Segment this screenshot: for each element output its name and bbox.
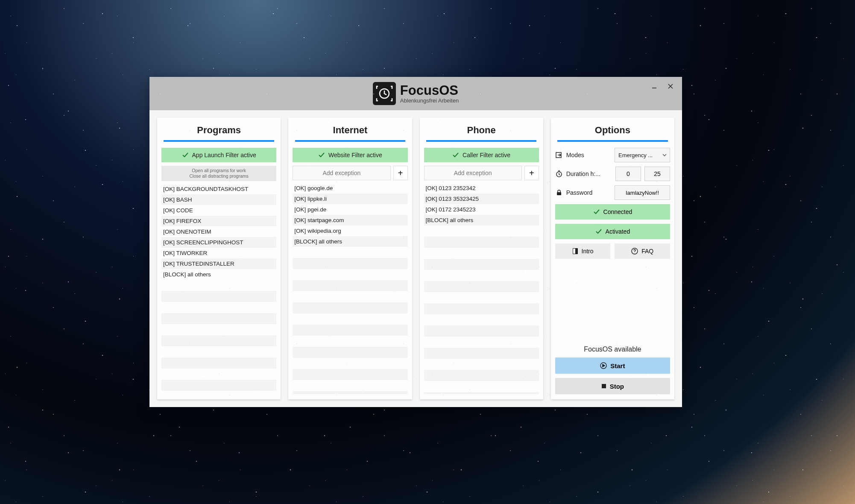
close-button[interactable] bbox=[662, 80, 679, 92]
list-item[interactable]: [OK] TIWORKER bbox=[161, 248, 276, 258]
programs-filter-status[interactable]: App Launch Filter active bbox=[161, 148, 276, 162]
list-item[interactable]: [OK] CODE bbox=[161, 205, 276, 216]
play-icon bbox=[600, 362, 607, 369]
titlebar: FocusOS Ablenkungsfrei Arbeiten bbox=[149, 77, 682, 110]
plus-icon: + bbox=[398, 168, 403, 178]
phone-panel: Phone Caller Filter active + [OK] 0123 2… bbox=[420, 118, 543, 399]
connected-status[interactable]: Connected bbox=[555, 204, 670, 220]
list-item[interactable]: [OK] 0123 35323425 bbox=[424, 193, 539, 204]
password-input[interactable] bbox=[615, 185, 670, 200]
check-icon bbox=[452, 152, 459, 158]
internet-title: Internet bbox=[293, 122, 407, 140]
list-item[interactable]: [OK] BASH bbox=[161, 194, 276, 205]
list-item[interactable]: [OK] 0123 2352342 bbox=[424, 183, 539, 193]
faq-button[interactable]: FAQ bbox=[615, 243, 670, 259]
list-item[interactable]: [OK] FIREFOX bbox=[161, 216, 276, 226]
app-logo-icon bbox=[373, 82, 396, 105]
stop-button[interactable]: Stop bbox=[555, 378, 670, 394]
check-icon bbox=[593, 208, 600, 215]
intro-button[interactable]: Intro bbox=[555, 243, 611, 259]
plus-icon: + bbox=[529, 168, 534, 178]
stop-icon bbox=[601, 384, 606, 389]
activated-status[interactable]: Activated bbox=[555, 224, 670, 239]
duration-hours-input[interactable] bbox=[615, 167, 641, 181]
check-icon bbox=[595, 228, 602, 235]
phone-title: Phone bbox=[424, 122, 539, 140]
app-window: FocusOS Ablenkungsfrei Arbeiten Programs… bbox=[149, 77, 682, 407]
timer-icon bbox=[555, 170, 563, 178]
duration-label: Duration h:... bbox=[566, 170, 612, 177]
list-item[interactable]: [OK] 0172 2345223 bbox=[424, 204, 539, 215]
phone-filter-label: Caller Filter active bbox=[463, 152, 510, 158]
internet-filter-status[interactable]: Website Filter active bbox=[293, 148, 407, 162]
internet-exception-input[interactable] bbox=[293, 166, 390, 180]
modes-icon bbox=[555, 151, 563, 159]
app-subtitle: Ablenkungsfrei Arbeiten bbox=[400, 98, 459, 104]
check-icon bbox=[318, 152, 325, 158]
duration-minutes-input[interactable] bbox=[644, 167, 670, 181]
list-item[interactable]: [OK] google.de bbox=[293, 183, 407, 193]
start-button[interactable]: Start bbox=[555, 357, 670, 374]
password-label: Password bbox=[566, 189, 611, 196]
options-panel: Options Modes Duration h:... Password bbox=[551, 118, 674, 399]
svg-rect-8 bbox=[602, 384, 606, 388]
phone-add-button[interactable]: + bbox=[524, 166, 539, 180]
programs-list: [OK] BACKGROUNDTASKHOST [OK] BASH [OK] C… bbox=[161, 184, 276, 394]
available-label: FocusOS available bbox=[555, 346, 670, 353]
book-icon bbox=[572, 248, 578, 255]
internet-add-button[interactable]: + bbox=[393, 166, 408, 180]
internet-list: [OK] google.de [OK] lippke.li [OK] pgei.… bbox=[293, 183, 407, 394]
internet-panel: Internet Website Filter active + [OK] go… bbox=[288, 118, 412, 399]
svg-rect-5 bbox=[573, 249, 575, 254]
help-icon bbox=[631, 248, 638, 255]
list-item[interactable]: [OK] lippke.li bbox=[293, 193, 407, 204]
list-item[interactable]: [OK] startpage.com bbox=[293, 215, 407, 226]
internet-filter-label: Website Filter active bbox=[328, 152, 382, 158]
options-title: Options bbox=[555, 122, 670, 140]
modes-label: Modes bbox=[566, 152, 611, 158]
phone-filter-status[interactable]: Caller Filter active bbox=[424, 148, 539, 162]
check-icon bbox=[182, 152, 189, 158]
list-item[interactable]: [BLOCK] all others bbox=[161, 269, 276, 280]
minimize-button[interactable] bbox=[646, 80, 662, 92]
list-item[interactable]: [OK] wikipedia.org bbox=[293, 226, 407, 236]
phone-exception-input[interactable] bbox=[424, 166, 522, 180]
list-item[interactable]: [BLOCK] all others bbox=[424, 215, 539, 226]
programs-filter-label: App Launch Filter active bbox=[192, 152, 256, 158]
programs-panel: Programs App Launch Filter active Open a… bbox=[157, 118, 281, 399]
list-item[interactable]: [OK] TRUSTEDINSTALLER bbox=[161, 258, 276, 269]
list-item[interactable]: [OK] BACKGROUNDTASKHOST bbox=[161, 184, 276, 194]
content-area: Programs App Launch Filter active Open a… bbox=[149, 110, 682, 407]
svg-rect-3 bbox=[557, 192, 561, 195]
lock-icon bbox=[555, 189, 563, 196]
list-item[interactable]: [OK] pgei.de bbox=[293, 204, 407, 215]
list-item[interactable]: [OK] ONENOTEIM bbox=[161, 226, 276, 237]
programs-hint[interactable]: Open all programs for work Close all dis… bbox=[161, 166, 276, 181]
list-item[interactable]: [OK] SCREENCLIPPINGHOST bbox=[161, 237, 276, 248]
app-title: FocusOS bbox=[400, 83, 459, 98]
modes-select[interactable] bbox=[615, 148, 670, 162]
programs-title: Programs bbox=[161, 122, 276, 140]
phone-list: [OK] 0123 2352342 [OK] 0123 35323425 [OK… bbox=[424, 183, 539, 394]
list-item[interactable]: [BLOCK] all others bbox=[293, 236, 407, 247]
